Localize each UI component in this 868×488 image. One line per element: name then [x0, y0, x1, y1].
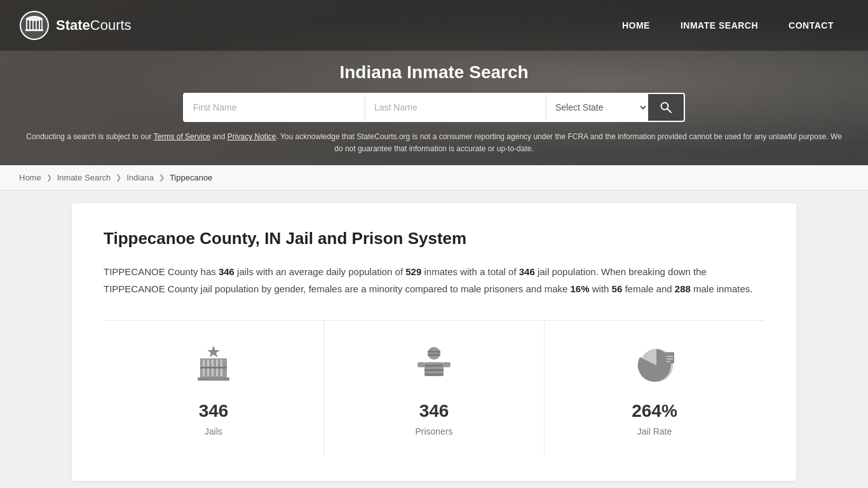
svg-rect-32 — [667, 356, 673, 357]
state-select[interactable]: Select State Alabama Indiana Texas — [546, 94, 648, 121]
search-icon — [660, 101, 672, 114]
desc-after-pct: with — [590, 283, 612, 294]
desc-after-jails: jails with an average daily population o… — [234, 266, 405, 277]
breadcrumb-home[interactable]: Home — [19, 173, 41, 182]
stat-jails-value: 346 — [199, 401, 229, 421]
desc-female-count: 56 — [612, 283, 623, 294]
breadcrumb-county: Tippecanoe — [170, 173, 212, 182]
desc-male-count: 288 — [675, 283, 691, 294]
privacy-link[interactable]: Privacy Notice — [227, 132, 276, 141]
svg-rect-3 — [29, 19, 31, 29]
hero-content: Indiana Inmate Search Select State Alaba… — [0, 51, 868, 122]
breadcrumb-inmate-search[interactable]: Inmate Search — [57, 173, 111, 182]
stat-prisoners-label: Prisoners — [415, 426, 452, 437]
svg-rect-22 — [428, 354, 440, 356]
svg-point-20 — [428, 347, 440, 360]
stat-jails: 346 Jails — [104, 321, 324, 456]
svg-rect-33 — [667, 358, 673, 360]
svg-point-0 — [20, 11, 48, 39]
logo-link[interactable]: StateCourts — [19, 10, 132, 41]
svg-rect-2 — [26, 19, 27, 29]
svg-rect-25 — [424, 369, 444, 371]
svg-rect-21 — [428, 351, 440, 353]
first-name-input[interactable] — [184, 94, 365, 121]
terms-link[interactable]: Terms of Service — [154, 132, 210, 141]
svg-rect-24 — [424, 365, 444, 367]
desc-avg-pop: 529 — [405, 266, 421, 277]
desc-female-pct: 16% — [571, 283, 590, 294]
stats-row: 346 Jails — [104, 320, 764, 456]
logo-text: StateCourts — [56, 17, 132, 34]
svg-rect-34 — [667, 361, 670, 362]
svg-rect-4 — [32, 19, 34, 29]
svg-rect-19 — [198, 377, 229, 381]
stat-jail-rate: 264% Jail Rate — [545, 321, 764, 456]
svg-rect-8 — [25, 29, 43, 31]
nav-inmate-search[interactable]: INMATE SEARCH — [665, 3, 773, 48]
navbar: StateCourts HOME INMATE SEARCH CONTACT — [0, 0, 868, 51]
desc-total-pop: 346 — [519, 266, 535, 277]
breadcrumb-state[interactable]: Indiana — [126, 173, 154, 182]
svg-rect-6 — [39, 19, 40, 29]
svg-rect-28 — [443, 362, 451, 367]
desc-prefix: TIPPECANOE County has — [104, 266, 219, 277]
desc-after-avg: inmates with a total of — [421, 266, 519, 277]
content-card: Tippecanoe County, IN Jail and Prison Sy… — [72, 203, 796, 481]
svg-rect-18 — [200, 367, 227, 369]
jail-rate-icon — [629, 340, 680, 391]
nav-home[interactable]: HOME — [607, 3, 665, 48]
svg-line-10 — [668, 109, 672, 113]
svg-rect-7 — [41, 19, 43, 29]
county-description: TIPPECANOE County has 346 jails with an … — [104, 264, 764, 297]
nav-contact[interactable]: CONTACT — [773, 3, 849, 48]
stat-prisoners-value: 346 — [419, 401, 449, 421]
svg-rect-5 — [36, 19, 37, 29]
stat-jails-label: Jails — [205, 426, 222, 437]
disclaimer: Conducting a search is subject to our Te… — [0, 122, 868, 165]
desc-after-male: male inmates. — [691, 283, 753, 294]
hero-section: StateCourts HOME INMATE SEARCH CONTACT I… — [0, 0, 868, 165]
jail-icon — [188, 340, 239, 391]
main-container: Tippecanoe County, IN Jail and Prison Sy… — [53, 203, 815, 481]
svg-rect-26 — [424, 374, 444, 376]
desc-jails-count: 346 — [219, 266, 234, 277]
search-button[interactable] — [648, 94, 684, 121]
prisoner-icon — [409, 340, 459, 391]
last-name-input[interactable] — [365, 94, 546, 121]
stat-jail-rate-value: 264% — [632, 401, 677, 421]
county-title: Tippecanoe County, IN Jail and Prison Sy… — [104, 229, 764, 248]
svg-marker-11 — [207, 346, 220, 358]
breadcrumb-sep-2: ❯ — [116, 173, 121, 182]
logo-icon — [19, 10, 50, 41]
breadcrumb-sep-1: ❯ — [46, 173, 52, 182]
svg-rect-27 — [417, 362, 425, 367]
stat-prisoners: 346 Prisoners — [324, 321, 545, 456]
stat-jail-rate-label: Jail Rate — [637, 426, 672, 437]
hero-title: Indiana Inmate Search — [13, 62, 855, 83]
breadcrumb: Home ❯ Inmate Search ❯ Indiana ❯ Tippeca… — [0, 165, 868, 191]
search-bar: Select State Alabama Indiana Texas — [183, 93, 685, 122]
breadcrumb-sep-3: ❯ — [159, 173, 165, 182]
desc-after-female: female and — [622, 283, 675, 294]
svg-marker-31 — [665, 352, 674, 353]
nav-links: HOME INMATE SEARCH CONTACT — [607, 3, 849, 48]
